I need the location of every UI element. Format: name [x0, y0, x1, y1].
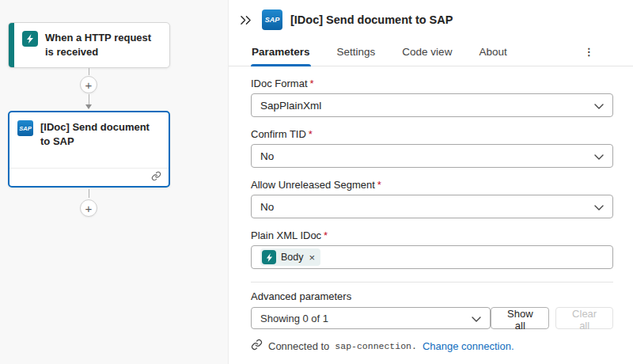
- connector-line: [89, 68, 89, 75]
- add-action-button[interactable]: +: [80, 199, 97, 217]
- field-label: Confirm TID*: [251, 128, 613, 140]
- panel-header: SAP [IDoc] Send document to SAP: [229, 0, 633, 30]
- collapse-panel-icon[interactable]: [237, 11, 254, 28]
- http-request-icon: [22, 31, 38, 47]
- clear-all-button[interactable]: Clear all: [555, 307, 613, 329]
- tab-label: Settings: [337, 46, 376, 58]
- connected-to-text: Connected to: [268, 340, 329, 352]
- http-request-icon: [262, 250, 276, 264]
- action-card-selected[interactable]: SAP [IDoc] Send document to SAP: [8, 111, 170, 188]
- section-divider: [251, 282, 613, 282]
- label-text: IDoc Format: [251, 78, 308, 89]
- change-connection-link[interactable]: Change connection.: [423, 340, 514, 352]
- label-text: Allow Unreleased Segment: [251, 179, 375, 191]
- allow-unreleased-segment-dropdown[interactable]: No: [251, 195, 613, 218]
- tab-about[interactable]: About: [478, 40, 507, 66]
- required-asterisk: *: [324, 229, 328, 241]
- field-label: Plain XML IDoc*: [251, 229, 613, 241]
- required-asterisk: *: [309, 128, 313, 140]
- field-idoc-format: IDoc Format* SapPlainXml: [251, 78, 613, 117]
- tab-label: About: [479, 46, 506, 58]
- trigger-card-body: When a HTTP request is received: [14, 23, 169, 67]
- required-asterisk: *: [310, 78, 314, 89]
- show-all-button[interactable]: Show all: [491, 307, 549, 329]
- tab-label: Code view: [402, 46, 452, 58]
- logic-app-designer: When a HTTP request is received + SAP [I…: [0, 0, 633, 364]
- token-label: Body: [281, 252, 304, 263]
- confirm-tid-dropdown[interactable]: No: [251, 144, 613, 168]
- field-confirm-tid: Confirm TID* No: [251, 128, 613, 168]
- connector-line: [89, 189, 89, 198]
- label-text: Plain XML IDoc: [251, 229, 321, 241]
- chevron-down-icon: [594, 201, 604, 213]
- connection-link-icon: [251, 339, 263, 353]
- tab-bar: Parameters Settings Code view About ⋮: [229, 40, 633, 66]
- required-asterisk: *: [377, 179, 381, 191]
- sap-connector-icon: SAP: [17, 120, 33, 136]
- trigger-card[interactable]: When a HTTP request is received: [8, 22, 170, 68]
- workflow-canvas: When a HTTP request is received + SAP [I…: [0, 0, 228, 364]
- parameters-form: IDoc Format* SapPlainXml Confirm TID* No: [229, 78, 633, 353]
- field-label: Allow Unreleased Segment*: [251, 179, 613, 191]
- chevron-down-icon: [594, 150, 604, 162]
- dropdown-value: SapPlainXml: [260, 100, 321, 112]
- connection-name: sap-connection.: [335, 341, 417, 351]
- advanced-parameters-dropdown[interactable]: Showing 0 of 1: [251, 307, 491, 329]
- trigger-accent-bar: [9, 23, 14, 67]
- body-token[interactable]: Body ×: [260, 248, 320, 266]
- panel-title: [IDoc] Send document to SAP: [290, 13, 453, 26]
- token-remove-icon[interactable]: ×: [309, 252, 316, 264]
- field-label: IDoc Format*: [251, 78, 613, 89]
- sap-logo: SAP: [262, 9, 282, 30]
- connection-badge-icon: [151, 170, 161, 184]
- action-label: [IDoc] Send document to SAP: [40, 120, 161, 149]
- label-text: Confirm TID: [251, 128, 306, 140]
- connection-footer: Connected to sap-connection. Change conn…: [251, 339, 613, 353]
- trigger-label: When a HTTP request is received: [45, 31, 161, 59]
- action-configuration-panel: SAP [IDoc] Send document to SAP Paramete…: [228, 0, 633, 364]
- tab-code-view[interactable]: Code view: [401, 40, 453, 66]
- chevron-down-icon: [472, 313, 481, 324]
- dropdown-value: No: [260, 201, 274, 213]
- dropdown-value: No: [260, 150, 274, 162]
- advanced-parameters-label: Advanced parameters: [251, 290, 613, 302]
- advanced-parameters-row: Showing 0 of 1 Show all Clear all: [251, 307, 613, 329]
- field-allow-unreleased-segment: Allow Unreleased Segment* No: [251, 179, 613, 218]
- plain-xml-idoc-input[interactable]: Body ×: [251, 245, 613, 269]
- connector-line: [89, 94, 89, 104]
- tab-settings[interactable]: Settings: [336, 40, 377, 66]
- connector-arrow: [85, 104, 92, 109]
- action-card-body: SAP [IDoc] Send document to SAP: [9, 112, 169, 157]
- tab-parameters[interactable]: Parameters: [251, 40, 311, 66]
- field-plain-xml-idoc: Plain XML IDoc* Body ×: [251, 229, 613, 269]
- chevron-down-icon: [594, 100, 604, 112]
- idoc-format-dropdown[interactable]: SapPlainXml: [251, 93, 613, 117]
- action-card-footer: [9, 168, 169, 186]
- add-action-button[interactable]: +: [80, 76, 97, 93]
- more-options-icon[interactable]: ⋮: [579, 40, 599, 66]
- tab-label: Parameters: [252, 46, 310, 58]
- dropdown-value: Showing 0 of 1: [260, 313, 328, 324]
